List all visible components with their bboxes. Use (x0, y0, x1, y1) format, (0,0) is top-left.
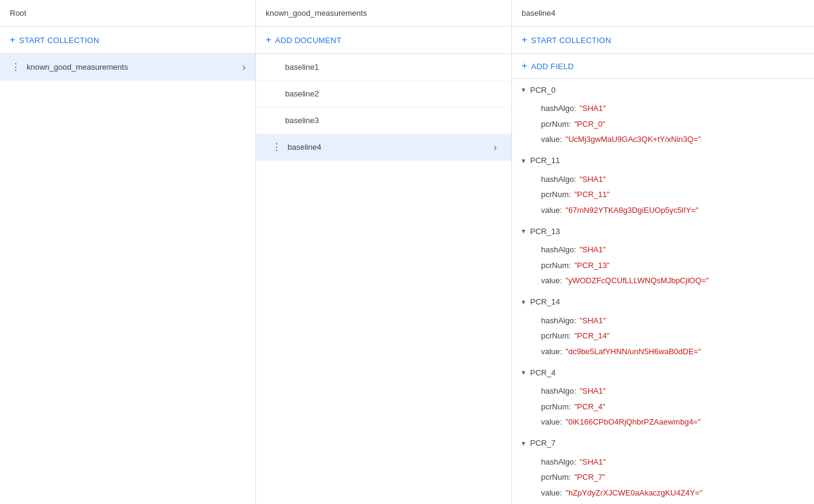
field-row: hashAlgo: "SHA1" (541, 454, 814, 470)
field-value: "PCR_13" (572, 260, 610, 272)
field-value: "67mN92YTKA8g3DgiEUOp5yc5lIY=" (563, 204, 699, 217)
pcr-fields-PCR_11: hashAlgo: "SHA1" pcrNum: "PCR_11" value:… (512, 172, 814, 221)
doc-item-baseline2[interactable]: baseline2 (256, 81, 511, 107)
field-row: value: "0iK166CPbO4RjQhbrPZAaewmbg4=" (541, 414, 814, 430)
field-row: pcrNum: "PCR_0" (541, 116, 814, 132)
pcr-group-PCR_7: ▾ PCR_7 hashAlgo: "SHA1" pcrNum: "PCR_7"… (512, 432, 814, 503)
field-value: "UcMj3gwMaU9GAc3QK+tY/xNin3Q=" (563, 133, 701, 146)
pcr-fields-PCR_14: hashAlgo: "SHA1" pcrNum: "PCR_14" value:… (512, 313, 814, 362)
field-row: value: "hZpYdyZrXJCWE0aAkaczgKU4Z4Y=" (541, 485, 814, 501)
field-value: "SHA1" (577, 173, 606, 186)
doc-item-baseline3[interactable]: baseline3 (256, 107, 511, 134)
pcr-label: PCR_13 (530, 227, 560, 236)
add-field-plus-icon: + (522, 61, 528, 71)
field-key: pcrNum: (541, 471, 571, 483)
field-row: pcrNum: "PCR_11" (541, 187, 814, 203)
field-value: "SHA1" (577, 456, 606, 468)
field-row: pcrNum: "PCR_4" (541, 399, 814, 415)
pcr-header-PCR_0[interactable]: ▾ PCR_0 (512, 79, 814, 101)
pcr-groups-container: ▾ PCR_0 hashAlgo: "SHA1" pcrNum: "PCR_0"… (512, 79, 814, 503)
doc-start-collection-label: START COLLECTION (531, 36, 611, 45)
pcr-header-PCR_7[interactable]: ▾ PCR_7 (512, 432, 814, 454)
pcr-collapse-icon[interactable]: ▾ (522, 298, 525, 306)
field-key: hashAlgo: (541, 244, 576, 256)
collection-panel-title: known_good_measurements (266, 8, 367, 18)
field-row: pcrNum: "PCR_13" (541, 258, 814, 274)
field-row: value: "yWODZFcQCUfLLLWNQsMJbpCjlOQ=" (541, 273, 814, 289)
pcr-label: PCR_14 (530, 297, 560, 306)
field-value: "SHA1" (577, 385, 606, 397)
pcr-fields-PCR_0: hashAlgo: "SHA1" pcrNum: "PCR_0" value: … (512, 101, 814, 150)
pcr-collapse-icon[interactable]: ▾ (522, 156, 525, 165)
field-row: value: "UcMj3gwMaU9GAc3QK+tY/xNin3Q=" (541, 132, 814, 147)
field-value: "SHA1" (577, 244, 606, 256)
field-value: "0iK166CPbO4RjQhbrPZAaewmbg4=" (563, 416, 701, 428)
field-key: hashAlgo: (541, 315, 576, 327)
field-key: hashAlgo: (541, 456, 576, 468)
root-item-known_good_measurements[interactable]: ⋮ known_good_measurements › (0, 54, 255, 81)
root-start-collection-label: START COLLECTION (19, 36, 99, 45)
pcr-header-PCR_14[interactable]: ▾ PCR_14 (512, 291, 814, 313)
pcr-header-PCR_4[interactable]: ▾ PCR_4 (512, 361, 814, 383)
pcr-label: PCR_11 (530, 156, 560, 165)
add-document-button[interactable]: + ADD DOCUMENT (266, 33, 341, 47)
pcr-fields-PCR_13: hashAlgo: "SHA1" pcrNum: "PCR_13" value:… (512, 242, 814, 291)
doc-item-label: baseline4 (288, 143, 494, 152)
field-value: "PCR_7" (572, 471, 605, 483)
document-panel-header: baseline4 (512, 0, 814, 27)
pcr-fields-PCR_7: hashAlgo: "SHA1" pcrNum: "PCR_7" value: … (512, 454, 814, 503)
pcr-group-PCR_14: ▾ PCR_14 hashAlgo: "SHA1" pcrNum: "PCR_1… (512, 291, 814, 362)
root-collection-list: ⋮ known_good_measurements › (0, 54, 255, 81)
field-row: pcrNum: "PCR_14" (541, 328, 814, 344)
field-value: "SHA1" (577, 102, 606, 115)
field-row: value: "67mN92YTKA8g3DgiEUOp5yc5lIY=" (541, 203, 814, 218)
doc-item-baseline4[interactable]: ⋮ baseline4 › (256, 134, 511, 161)
add-document-label: ADD DOCUMENT (275, 36, 341, 45)
root-action-row: + START COLLECTION (0, 27, 255, 54)
collection-panel-header: known_good_measurements (256, 0, 511, 27)
doc-item-baseline1[interactable]: baseline1 (256, 54, 511, 81)
collection-panel: known_good_measurements + ADD DOCUMENT b… (256, 0, 512, 504)
root-start-collection-plus-icon: + (10, 35, 16, 45)
document-start-collection-row: + START COLLECTION (512, 27, 814, 54)
field-key: hashAlgo: (541, 173, 576, 186)
pcr-header-PCR_13[interactable]: ▾ PCR_13 (512, 220, 814, 242)
pcr-collapse-icon[interactable]: ▾ (522, 227, 525, 235)
field-row: hashAlgo: "SHA1" (541, 383, 814, 399)
field-key: value: (541, 133, 562, 146)
pcr-label: PCR_7 (530, 438, 556, 448)
pcr-group-PCR_0: ▾ PCR_0 hashAlgo: "SHA1" pcrNum: "PCR_0"… (512, 79, 814, 150)
pcr-collapse-icon[interactable]: ▾ (522, 368, 525, 377)
root-item-dots[interactable]: ⋮ (10, 61, 22, 73)
collection-action-row: + ADD DOCUMENT (256, 27, 511, 54)
field-row: hashAlgo: "SHA1" (541, 172, 814, 187)
document-list: baseline1 baseline2 baseline3 ⋮ baseline… (256, 54, 511, 161)
doc-item-label: baseline3 (285, 116, 497, 125)
doc-item-label: baseline1 (285, 62, 497, 72)
field-key: pcrNum: (541, 401, 571, 413)
add-field-button[interactable]: + ADD FIELD (522, 59, 574, 73)
field-key: value: (541, 346, 562, 358)
pcr-fields-PCR_4: hashAlgo: "SHA1" pcrNum: "PCR_4" value: … (512, 383, 814, 432)
pcr-group-PCR_4: ▾ PCR_4 hashAlgo: "SHA1" pcrNum: "PCR_4"… (512, 361, 814, 432)
field-value: "PCR_4" (572, 401, 605, 413)
pcr-collapse-icon[interactable]: ▾ (522, 439, 525, 448)
field-key: pcrNum: (541, 189, 571, 201)
doc-item-dots[interactable]: ⋮ (271, 141, 283, 153)
field-key: value: (541, 487, 562, 499)
field-key: pcrNum: (541, 260, 571, 272)
pcr-header-PCR_11[interactable]: ▾ PCR_11 (512, 150, 814, 172)
field-key: value: (541, 204, 562, 217)
root-start-collection-button[interactable]: + START COLLECTION (10, 33, 99, 47)
root-panel-title: Root (10, 8, 26, 18)
doc-start-collection-button[interactable]: + START COLLECTION (522, 33, 611, 47)
field-key: hashAlgo: (541, 102, 576, 115)
document-panel-title: baseline4 (522, 8, 556, 18)
pcr-group-PCR_13: ▾ PCR_13 hashAlgo: "SHA1" pcrNum: "PCR_1… (512, 220, 814, 291)
pcr-collapse-icon[interactable]: ▾ (522, 86, 525, 94)
field-key: value: (541, 416, 562, 428)
root-panel: Root + START COLLECTION ⋮ known_good_mea… (0, 0, 256, 504)
field-value: "PCR_14" (572, 330, 610, 342)
field-key: value: (541, 275, 562, 287)
field-row: pcrNum: "PCR_7" (541, 469, 814, 485)
